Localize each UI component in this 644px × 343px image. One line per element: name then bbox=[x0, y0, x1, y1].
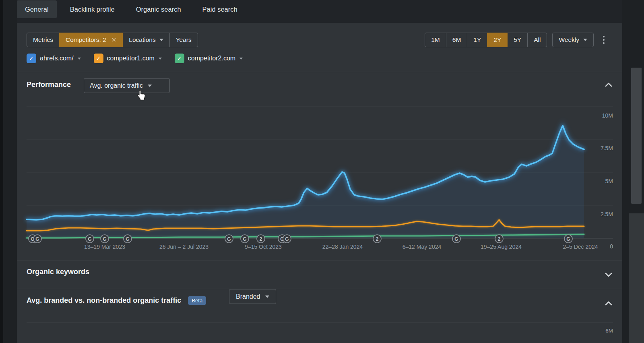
scrollbar-thumb[interactable] bbox=[631, 68, 642, 204]
top-tab-bar: GeneralBacklink profileOrganic searchPai… bbox=[17, 0, 246, 19]
organic-keywords-title: Organic keywords bbox=[27, 268, 89, 276]
adjacent-surface bbox=[629, 213, 644, 343]
collapse-chevron-up-icon[interactable] bbox=[604, 299, 613, 308]
domain-label: ahrefs.com/ bbox=[40, 55, 74, 62]
x-axis-tick-label: 19–25 Aug 2024 bbox=[481, 244, 522, 250]
google-update-marker-label: 2 bbox=[376, 236, 379, 242]
chevron-down-icon bbox=[159, 39, 163, 41]
branded-section-title: Avg. branded vs. non-branded organic tra… bbox=[27, 296, 181, 305]
expand-chevron-down-icon[interactable] bbox=[604, 270, 613, 279]
metric-dropdown-label: Avg. organic traffic bbox=[90, 82, 143, 89]
branded-axis-tick: 6M bbox=[605, 328, 613, 334]
organic-keywords-header[interactable]: Organic keywords bbox=[27, 268, 89, 276]
google-update-marker-label: G bbox=[35, 236, 39, 242]
google-update-marker-label: G bbox=[285, 236, 289, 242]
range-button-6m[interactable]: 6M bbox=[446, 33, 468, 47]
range-button-2y[interactable]: 2Y bbox=[487, 33, 508, 47]
branded-dropdown-label: Branded bbox=[236, 293, 260, 300]
google-update-marker-label: 2 bbox=[498, 236, 501, 242]
chevron-down-icon bbox=[148, 85, 152, 87]
range-button-1y[interactable]: 1Y bbox=[467, 33, 487, 47]
range-button-all[interactable]: All bbox=[527, 33, 547, 47]
metrics-button[interactable]: Metrics bbox=[27, 33, 60, 47]
google-update-marker-label: G bbox=[126, 236, 129, 242]
range-cluster: 1M6M1Y2Y5YAll Weekly bbox=[425, 33, 607, 47]
checkbox-checked-icon[interactable]: ✓ bbox=[94, 54, 103, 63]
tab-paid-search[interactable]: Paid search bbox=[194, 0, 246, 18]
checkbox-checked-icon[interactable]: ✓ bbox=[27, 54, 36, 63]
chevron-down-icon bbox=[265, 295, 269, 298]
chevron-down-icon[interactable] bbox=[159, 58, 162, 60]
google-update-marker-label: G bbox=[566, 236, 570, 242]
google-update-marker-label: G bbox=[243, 236, 246, 242]
domain-toggle-1: ✓ahrefs.com/ bbox=[27, 54, 81, 63]
chevron-down-icon bbox=[583, 39, 587, 41]
x-axis-tick-label: 22–28 Jan 2024 bbox=[322, 244, 363, 250]
competitors-chip-label: Competitors: 2 bbox=[66, 36, 106, 43]
range-button-5y[interactable]: 5Y bbox=[507, 33, 528, 47]
y-axis-tick-label: 7.5M bbox=[601, 145, 613, 151]
domain-label: competitor2.com bbox=[188, 55, 235, 62]
close-icon[interactable]: ✕ bbox=[111, 36, 117, 43]
y-axis-tick-label: 2.5M bbox=[601, 211, 613, 217]
google-update-marker-label: 2 bbox=[260, 236, 262, 242]
x-axis-tick-label: 9–15 Oct 2023 bbox=[245, 244, 282, 250]
beta-badge: Beta bbox=[188, 296, 206, 305]
google-update-marker-label: G bbox=[454, 236, 458, 242]
chevron-down-icon[interactable] bbox=[78, 58, 81, 60]
tab-backlink-profile[interactable]: Backlink profile bbox=[62, 0, 123, 18]
overview-panel: Metrics Competitors: 2 ✕ Locations Years… bbox=[17, 23, 622, 343]
divider bbox=[17, 72, 622, 72]
tab-organic-search[interactable]: Organic search bbox=[128, 0, 189, 18]
collapse-chevron-up-icon[interactable] bbox=[604, 80, 613, 90]
google-update-marker-label: G bbox=[88, 236, 91, 242]
divider bbox=[17, 260, 622, 260]
left-gutter bbox=[3, 0, 17, 343]
performance-section-title: Performance bbox=[27, 81, 71, 89]
hand-cursor bbox=[134, 89, 147, 102]
x-axis-tick-label: 13–19 Mar 2023 bbox=[84, 244, 125, 250]
years-button[interactable]: Years bbox=[169, 33, 198, 47]
tab-general[interactable]: General bbox=[17, 0, 57, 18]
branded-section-header: Avg. branded vs. non-branded organic tra… bbox=[27, 296, 206, 305]
granularity-label: Weekly bbox=[559, 36, 579, 43]
range-group: 1M6M1Y2Y5YAll bbox=[425, 33, 547, 47]
x-axis-tick-label: 2–5 Dec 2024 bbox=[563, 244, 598, 250]
more-options-icon[interactable] bbox=[601, 36, 607, 44]
x-axis-tick-label: 26 Jun – 2 Jul 2023 bbox=[159, 244, 208, 250]
y-axis-tick-label: 10M bbox=[602, 112, 613, 119]
google-update-marker-label: G bbox=[103, 236, 106, 242]
checkbox-checked-icon[interactable]: ✓ bbox=[175, 54, 184, 63]
chevron-down-icon[interactable] bbox=[239, 58, 243, 60]
google-update-marker-label: G bbox=[227, 236, 231, 242]
branded-dropdown[interactable]: Branded bbox=[229, 289, 276, 304]
granularity-dropdown[interactable]: Weekly bbox=[552, 33, 594, 47]
branded-chart-gridline bbox=[27, 322, 613, 323]
domains-row: ✓ahrefs.com/✓competitor1.com✓competitor2… bbox=[27, 53, 243, 64]
traffic-chart[interactable]: GGGGGGG2GG2G2G10M7.5M5M2.5M013–19 Mar 20… bbox=[17, 99, 622, 252]
y-axis-tick-label: 0 bbox=[610, 243, 613, 250]
divider bbox=[17, 289, 622, 289]
range-button-1m[interactable]: 1M bbox=[425, 33, 446, 47]
y-axis-tick-label: 5M bbox=[605, 178, 613, 184]
window-edge bbox=[0, 0, 3, 343]
locations-label: Locations bbox=[129, 36, 155, 43]
x-axis-tick-label: 6–12 May 2024 bbox=[402, 244, 442, 250]
metric-dropdown[interactable]: Avg. organic traffic bbox=[84, 78, 170, 93]
filter-toolbar: Metrics Competitors: 2 ✕ Locations Years… bbox=[27, 33, 607, 47]
domain-toggle-2: ✓competitor1.com bbox=[94, 54, 162, 63]
domain-toggle-3: ✓competitor2.com bbox=[175, 54, 243, 63]
locations-button[interactable]: Locations bbox=[122, 33, 169, 47]
filter-group: Metrics Competitors: 2 ✕ Locations Years bbox=[27, 33, 198, 47]
domain-label: competitor1.com bbox=[107, 55, 155, 62]
competitors-chip[interactable]: Competitors: 2 ✕ bbox=[59, 33, 123, 47]
